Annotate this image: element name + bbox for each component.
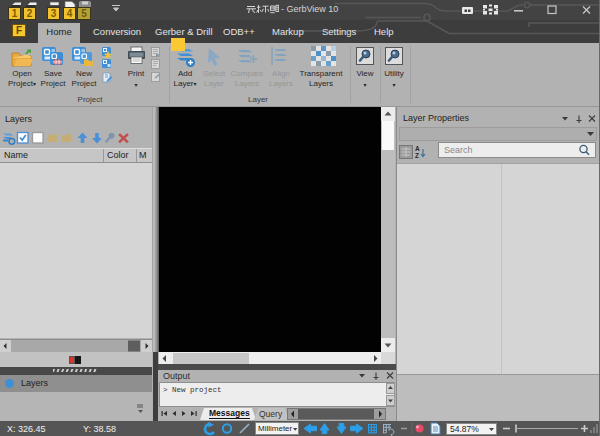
svg-text:Z: Z <box>415 152 419 159</box>
svg-text:A: A <box>415 145 420 152</box>
